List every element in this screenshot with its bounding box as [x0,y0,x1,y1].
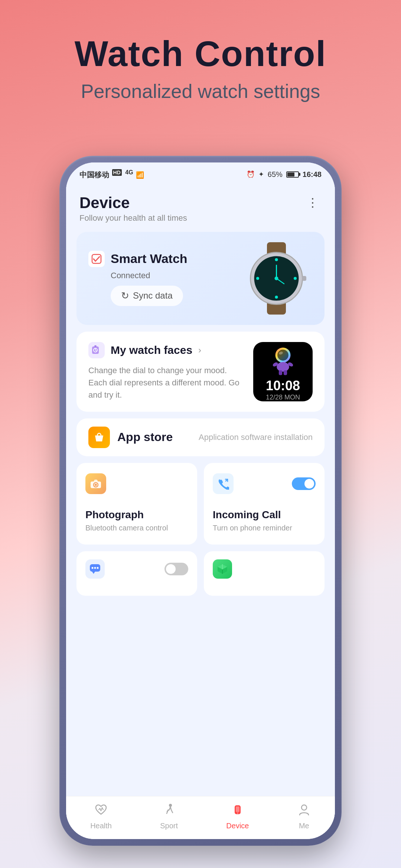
chat-icons-row [85,559,188,579]
sport-nav-label: Sport [160,822,178,830]
watch-faces-chevron[interactable]: › [198,345,201,355]
photograph-icon-row [85,473,188,494]
watch-face-time: 10:08 [266,378,300,394]
device-nav-icon [231,803,244,819]
watch-image [240,242,313,315]
device-nav-label: Device [226,822,249,830]
svg-point-7 [256,277,259,280]
hd-badge: HD [112,169,122,176]
chat-icon [85,559,105,579]
watch-faces-card: My watch faces › Change the dial to chan… [76,332,325,412]
sync-data-button[interactable]: ↻ Sync data [111,286,183,306]
carrier-label: 中国移动 HD 4G 📶 [79,169,144,180]
svg-rect-14 [94,345,97,347]
svg-rect-12 [302,276,306,281]
status-bar: 中国移动 HD 4G 📶 ⏰ ✦ 65% 16:48 [66,162,335,184]
chat-card[interactable] [76,551,197,596]
svg-point-5 [275,258,278,261]
svg-point-6 [275,296,278,299]
me-nav-icon [297,803,311,819]
phone-outer-frame: 中国移动 HD 4G 📶 ⏰ ✦ 65% 16:48 [59,156,342,846]
device-check-icon [88,251,105,267]
feature-grid: Photograph Bluetooth camera control [76,463,325,545]
box-card[interactable] [204,551,325,596]
svg-point-40 [237,812,238,814]
4g-label: 4G [125,169,133,175]
svg-point-8 [294,277,297,280]
sync-label: Sync data [133,290,173,301]
battery-percent: 65% [268,170,283,179]
svg-point-32 [97,567,99,569]
nav-item-me[interactable]: Me [297,803,311,830]
main-title: Watch Control [0,33,401,74]
nav-item-device[interactable]: Device [226,803,249,830]
app-store-subtitle: Application software installation [199,433,313,442]
device-card: Smart Watch Connected ↻ Sync data [76,232,325,325]
photograph-card[interactable]: Photograph Bluetooth camera control [76,463,197,545]
incoming-call-sub: Turn on phone reminder [213,524,316,532]
app-header: Device Follow your health at all times ⋮ [66,184,335,227]
nav-item-health[interactable]: Health [90,803,112,830]
app-store-name: App store [117,430,173,444]
incoming-call-card[interactable]: Incoming Call Turn on phone reminder [204,463,325,545]
status-right: ⏰ ✦ 65% 16:48 [247,170,322,179]
more-options-button[interactable]: ⋮ [304,194,322,211]
svg-point-30 [92,567,94,569]
svg-point-28 [95,484,97,486]
watch-face-preview[interactable]: 10:08 12/28 MON [253,342,313,401]
bluetooth-icon: ✦ [258,170,264,178]
call-icon [213,473,234,494]
svg-point-11 [275,276,278,280]
app-content: Device Follow your health at all times ⋮ [66,184,335,839]
photo-icon [85,473,106,494]
photograph-label: Photograph [85,509,188,521]
svg-rect-24 [279,370,282,375]
wifi-icon: 📶 [136,171,144,179]
svg-point-21 [277,362,289,372]
svg-rect-25 [284,370,287,375]
app-store-icon [88,427,110,448]
box-icons-row [213,559,316,579]
app-store-card[interactable]: App store Application software installat… [76,418,325,456]
sub-title: Personalized watch settings [0,80,401,102]
bottom-nav: Health Sport [66,796,335,839]
incoming-call-toggle[interactable] [292,477,316,490]
svg-point-19 [277,349,288,361]
watch-faces-desc: Change the dial to change your mood. Eac… [88,364,246,401]
page-subtitle: Follow your health at all times [79,213,187,223]
battery-icon [286,171,299,178]
incoming-call-label: Incoming Call [213,509,316,521]
health-nav-label: Health [90,822,112,830]
box-icon [213,559,232,579]
nav-item-sport[interactable]: Sport [160,803,178,830]
phone-mockup: 中国移动 HD 4G 📶 ⏰ ✦ 65% 16:48 [59,156,342,846]
alarm-icon: ⏰ [247,170,255,178]
device-info: Smart Watch Connected ↻ Sync data [88,251,240,306]
sport-nav-icon [162,803,176,819]
svg-point-31 [94,567,96,569]
me-nav-label: Me [299,822,309,830]
bottom-feature-grid [76,551,325,596]
health-nav-icon [94,803,108,819]
app-store-content: App store Application software installat… [88,427,313,448]
svg-point-41 [301,805,307,810]
incoming-call-icon-row [213,473,316,494]
watch-face-date: 12/28 MON [266,394,300,401]
watch-faces-info: My watch faces › Change the dial to chan… [88,342,246,401]
device-name-label: Smart Watch [111,251,188,266]
device-status-label: Connected [111,271,240,280]
svg-rect-39 [236,806,239,812]
device-name-row: Smart Watch [88,251,240,267]
watch-faces-icon [88,342,105,358]
phone-screen: 中国移动 HD 4G 📶 ⏰ ✦ 65% 16:48 [66,162,335,839]
chat-notification-toggle[interactable] [164,563,188,575]
watch-faces-title: My watch faces [111,344,192,356]
sync-icon: ↻ [121,290,129,302]
watch-faces-title-row[interactable]: My watch faces › [88,342,246,358]
time-display: 16:48 [303,170,322,179]
photograph-sub: Bluetooth camera control [85,524,188,532]
page-title: Device [79,194,187,212]
